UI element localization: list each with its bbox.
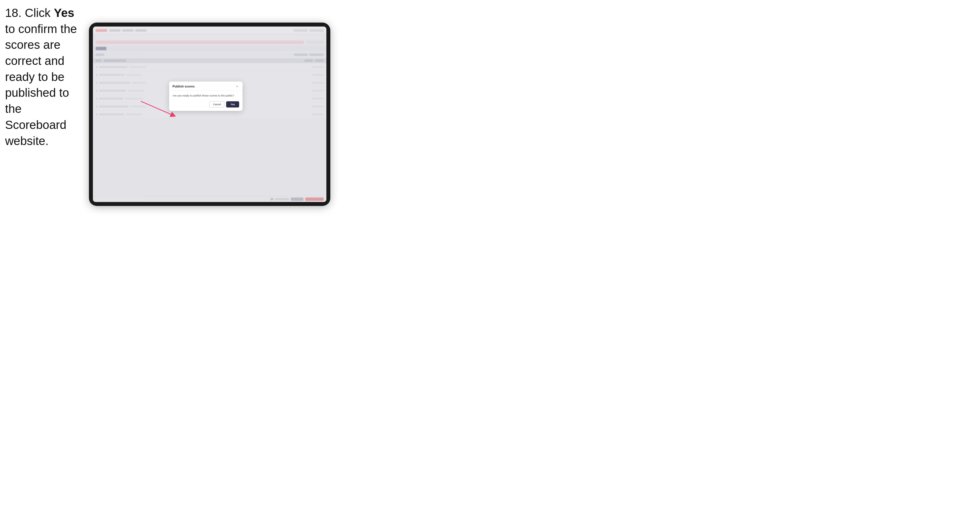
modal-message: Are you ready to publish these scores to… <box>172 94 239 97</box>
cancel-button[interactable]: Cancel <box>209 101 224 108</box>
instruction-prefix: Click <box>21 6 54 19</box>
tablet-screen: Publish scores × Are you ready to publis… <box>93 27 326 202</box>
instruction-bold: Yes <box>54 6 74 19</box>
modal-actions: Cancel Yes <box>172 101 239 108</box>
publish-scores-modal[interactable]: Publish scores × Are you ready to publis… <box>169 81 243 111</box>
modal-overlay: Publish scores × Are you ready to publis… <box>93 27 326 202</box>
step-number: 18. <box>5 6 21 19</box>
tablet-device: Publish scores × Are you ready to publis… <box>89 22 330 206</box>
instruction-text: 18. Click Yes to confirm the scores are … <box>5 5 84 149</box>
modal-title: Publish scores <box>172 85 194 88</box>
modal-close-button[interactable]: × <box>235 84 239 88</box>
modal-body: Are you ready to publish these scores to… <box>169 91 243 111</box>
modal-header: Publish scores × <box>169 81 243 91</box>
instruction-suffix: to confirm the scores are correct and re… <box>5 22 77 148</box>
yes-button[interactable]: Yes <box>226 101 239 108</box>
